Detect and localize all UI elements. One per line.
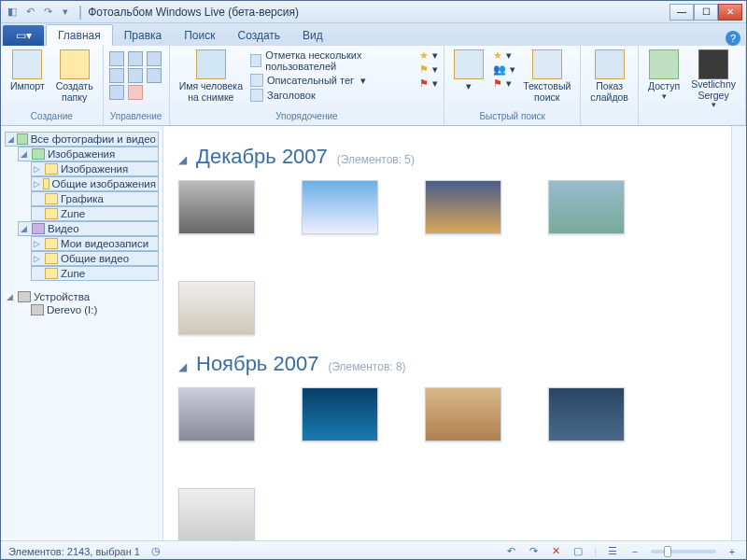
collapse-icon[interactable]: ◢	[178, 153, 187, 166]
tab-find[interactable]: Поиск	[173, 25, 226, 46]
undo-icon[interactable]: ↶	[22, 5, 37, 20]
group-header[interactable]: ◢ Декабрь 2007 (Элементов: 5)	[178, 145, 716, 169]
delete-icon[interactable]: ✕	[549, 545, 562, 558]
tab-edit[interactable]: Правка	[113, 25, 174, 46]
folder-icon	[43, 178, 49, 189]
thumbnail[interactable]	[178, 488, 255, 540]
rotate-left-icon[interactable]: ↶	[504, 545, 517, 558]
globe-icon	[649, 49, 679, 79]
details-view-icon[interactable]: ☰	[606, 545, 619, 558]
thumbnail[interactable]	[548, 387, 625, 441]
group-label-manage: Управление	[109, 111, 163, 123]
quickfind-star-button[interactable]: ★▾	[493, 49, 515, 62]
quick-access-toolbar: ◧ ↶ ↷ ▾	[5, 5, 73, 20]
paste-icon[interactable]	[128, 68, 143, 83]
tree-video[interactable]: ◢Видео	[18, 221, 159, 236]
star-icon: ★	[493, 49, 502, 62]
delete-icon[interactable]	[128, 85, 143, 100]
thumbnail[interactable]	[178, 387, 255, 441]
folder-icon	[45, 208, 58, 219]
tree-derevo[interactable]: Derevo (I:)	[18, 303, 159, 316]
zoom-out-icon[interactable]: −	[628, 545, 641, 558]
slideshow-icon	[595, 49, 625, 79]
access-button[interactable]: Доступ▾	[644, 48, 684, 103]
rotate-right-icon[interactable]: ↷	[527, 545, 540, 558]
redo-icon[interactable]: ↷	[40, 5, 55, 20]
rename-icon[interactable]	[109, 85, 124, 100]
scrollbar[interactable]	[731, 126, 746, 540]
quickfind-person-button[interactable]: ▾	[450, 48, 487, 94]
thumbnail[interactable]	[425, 180, 501, 234]
tree-zune1[interactable]: Zune	[31, 206, 159, 221]
folder-icon	[60, 49, 90, 79]
slideshow-icon[interactable]: ▢	[571, 545, 585, 558]
tree-images-sub[interactable]: ▷Изображения	[31, 161, 159, 176]
tree-all-photos[interactable]: ◢Все фотографии и видео	[5, 132, 159, 147]
app-icon[interactable]: ◧	[5, 5, 20, 20]
tag-icon	[250, 74, 263, 87]
thumbnail[interactable]	[178, 281, 255, 335]
rotate-right-icon[interactable]	[147, 51, 162, 66]
rotate-left-icon[interactable]	[128, 51, 143, 66]
thumbnail-area: ◢ Декабрь 2007 (Элементов: 5) ◢ Ноябрь 2…	[163, 126, 731, 540]
flag-red-button[interactable]: ⚑▾	[419, 77, 438, 90]
thumbnail[interactable]	[302, 180, 378, 234]
resize-icon[interactable]	[147, 68, 162, 83]
descriptive-tag-button[interactable]: Описательный тег ▾	[250, 74, 410, 87]
group-label-quickfind: Быстрый поиск	[450, 111, 574, 123]
tree-images[interactable]: ◢Изображения	[18, 147, 159, 161]
help-icon[interactable]: ?	[726, 31, 740, 46]
qat-more-icon[interactable]: ▾	[58, 5, 73, 20]
file-menu-button[interactable]: ▭▾	[3, 25, 44, 46]
tree-public-video[interactable]: ▷Общие видео	[31, 251, 159, 266]
thumbnail[interactable]	[302, 387, 378, 441]
tab-create[interactable]: Создать	[227, 25, 292, 46]
window-title: Фотоальбом Windows Live (бета-версия)	[88, 6, 299, 19]
select-all-icon[interactable]	[109, 51, 124, 66]
folder-icon	[45, 268, 58, 279]
folder-icon	[45, 238, 58, 249]
zoom-in-icon[interactable]: +	[726, 545, 739, 558]
close-button[interactable]: ✕	[718, 4, 742, 21]
new-folder-button[interactable]: Создать папку	[52, 48, 97, 105]
thumbnail[interactable]	[425, 387, 501, 441]
account-button[interactable]: Svetlichny Sergey▾	[687, 48, 740, 112]
quickfind-people-button[interactable]: 👥▾	[493, 63, 515, 76]
tree-zune2[interactable]: Zune	[31, 266, 159, 281]
maximize-button[interactable]: ☐	[694, 4, 718, 21]
tag-multi-users-button[interactable]: Отметка нескольких пользователей	[250, 49, 410, 72]
group-label-organize: Упорядочение	[176, 111, 439, 123]
zoom-slider[interactable]	[651, 550, 716, 553]
tag-person-button[interactable]: Имя человека на снимке	[176, 48, 247, 105]
video-icon	[32, 223, 45, 234]
quickfind-flag-button[interactable]: ⚑▾	[493, 77, 515, 90]
clock-icon: ◷	[149, 545, 162, 558]
star-filter-button[interactable]: ★▾	[419, 49, 438, 62]
people-icon: 👥	[493, 63, 506, 76]
collapse-icon[interactable]: ◢	[178, 360, 187, 373]
group-header[interactable]: ◢ Ноябрь 2007 (Элементов: 8)	[178, 352, 716, 376]
title-button[interactable]: Заголовок	[250, 89, 410, 102]
text-search-button[interactable]: Текстовый поиск	[519, 48, 574, 105]
drive-icon	[31, 304, 44, 315]
pictures-icon	[17, 133, 28, 145]
tree-graphics[interactable]: Графика	[31, 191, 159, 206]
import-button[interactable]: Импорт	[7, 48, 49, 94]
group-title: Декабрь 2007	[196, 145, 328, 169]
slideshow-button[interactable]: Показ слайдов	[586, 48, 632, 105]
tab-view[interactable]: Вид	[291, 25, 334, 46]
copy-icon[interactable]	[109, 68, 124, 83]
folder-icon	[45, 253, 58, 264]
ribbon: Импорт Создать папку Создание Управление	[1, 46, 746, 126]
minimize-button[interactable]: —	[669, 4, 694, 21]
thumbnail[interactable]	[178, 180, 255, 234]
flag-yellow-button[interactable]: ⚑▾	[419, 63, 438, 76]
group-count: (Элементов: 8)	[328, 360, 405, 373]
users-icon	[250, 54, 261, 67]
thumbnail[interactable]	[548, 180, 625, 234]
flag-icon: ⚑	[493, 77, 502, 90]
tree-public-images[interactable]: ▷Общие изображения	[31, 176, 159, 191]
tree-devices[interactable]: ◢Устройства	[5, 290, 159, 303]
tab-home[interactable]: Главная	[46, 24, 113, 46]
tree-my-video[interactable]: ▷Мои видеозаписи	[31, 236, 159, 251]
